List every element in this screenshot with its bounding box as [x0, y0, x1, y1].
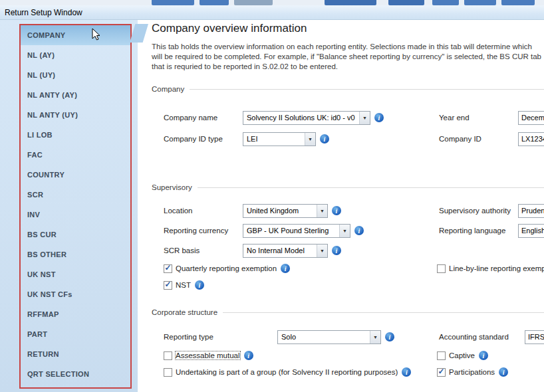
year-end-input[interactable]: [518, 111, 544, 125]
info-icon[interactable]: i: [385, 332, 394, 342]
company-id-row: Company ID type LEI ▼ i Company ID: [164, 132, 544, 146]
location-value: United Kingdom: [247, 207, 315, 215]
info-icon[interactable]: i: [332, 246, 341, 255]
main-content: Company overview information This tab ho…: [138, 20, 544, 392]
company-name-value: Solvency II Solutions UK: id0 - v0: [247, 114, 357, 122]
company-section-header: Company: [152, 85, 544, 93]
sidebar-item-company[interactable]: COMPANY: [21, 25, 130, 45]
line-by-line-label: Line-by-line reporting exemp: [449, 264, 544, 272]
sidebar-item-uk-nst[interactable]: UK NST: [21, 264, 130, 284]
info-icon[interactable]: i: [244, 351, 253, 360]
company-name-row: Company name Solvency II Solutions UK: i…: [164, 110, 544, 125]
sidebar-item-country[interactable]: COUNTRY: [21, 165, 130, 185]
sidebar-item-bs-cur[interactable]: BS CUR: [21, 225, 130, 245]
corporate-structure-section-title: Corporate structure: [152, 308, 217, 316]
captive-label: Captive: [449, 351, 475, 359]
assessable-mutual-row: ✓ Assessable mutual i ✓ Captive i: [164, 350, 544, 361]
nst-row: ✓ NST i: [164, 280, 544, 290]
reporting-currency-select[interactable]: GBP - UK Pound Sterling ▼: [243, 224, 350, 238]
assessable-mutual-checkbox[interactable]: ✓: [164, 351, 172, 360]
info-icon[interactable]: i: [499, 367, 508, 377]
line-by-line-checkbox[interactable]: ✓: [437, 264, 446, 273]
group-undertaking-checkbox[interactable]: ✓: [164, 368, 172, 377]
captive-checkbox[interactable]: ✓: [437, 351, 446, 360]
sidebar-item-fac[interactable]: FAC: [21, 145, 130, 165]
location-select[interactable]: United Kingdom ▼: [243, 204, 328, 218]
sidebar-item-scr[interactable]: SCR: [21, 185, 130, 205]
reporting-language-label: Reporting language: [439, 227, 518, 235]
year-end-label: Year end: [439, 114, 518, 122]
reporting-currency-label: Reporting currency: [164, 227, 243, 235]
company-section-title: Company: [152, 85, 184, 93]
sidebar: COMPANY NL (AY) NL (UY) NL ANTY (AY) NL …: [0, 20, 138, 392]
background-window-fragment: [325, 0, 376, 5]
titlebar[interactable]: Return Setup Window: [0, 5, 544, 20]
info-icon[interactable]: i: [332, 206, 341, 215]
quarterly-reporting-exemption-checkbox[interactable]: ✓: [164, 264, 172, 273]
company-name-label: Company name: [164, 114, 243, 122]
participations-checkbox[interactable]: ✓: [437, 368, 446, 377]
info-icon[interactable]: i: [479, 351, 488, 360]
info-icon[interactable]: i: [402, 367, 411, 377]
accounting-standard-label: Accounting standard: [439, 333, 525, 341]
background-window-fragment: [464, 0, 496, 5]
company-id-type-select[interactable]: LEI ▼: [243, 132, 316, 146]
reporting-type-select[interactable]: Solo ▼: [277, 330, 381, 344]
location-label: Location: [164, 207, 243, 215]
participations-label: Participations: [449, 368, 495, 376]
group-undertaking-label: Undertaking is part of a group (for Solv…: [176, 368, 398, 376]
quarterly-exemption-row: ✓ Quarterly reporting exemption i ✓ Line…: [164, 263, 544, 274]
background-window-fragment: [501, 0, 535, 5]
info-icon[interactable]: i: [281, 264, 290, 273]
background-window-strip: [0, 0, 544, 5]
section-divider-line: [223, 312, 544, 313]
sidebar-item-nl-ay[interactable]: NL (AY): [21, 45, 130, 65]
sidebar-item-rffmap[interactable]: RFFMAP: [21, 304, 130, 324]
sidebar-item-li-lob[interactable]: LI LOB: [21, 125, 130, 145]
background-window-fragment: [152, 0, 194, 5]
location-row: Location United Kingdom ▼ i Supervisory …: [164, 203, 544, 218]
sidebar-item-qrt-selection[interactable]: QRT SELECTION: [21, 364, 130, 384]
check-icon: ✓: [164, 264, 171, 272]
sidebar-item-nl-anty-ay[interactable]: NL ANTY (AY): [21, 85, 130, 105]
reporting-type-label: Reporting type: [164, 333, 277, 341]
sidebar-item-part[interactable]: PART: [21, 324, 130, 344]
page-title: Company overview information: [152, 22, 307, 35]
info-icon[interactable]: i: [320, 134, 329, 144]
reporting-type-row: Reporting type Solo ▼ i Accounting stand…: [164, 330, 544, 344]
chevron-down-icon: ▼: [305, 133, 315, 146]
sidebar-item-uk-nst-cfs[interactable]: UK NST CFs: [21, 284, 130, 304]
sidebar-item-bs-other[interactable]: BS OTHER: [21, 245, 130, 264]
check-icon: ✓: [438, 367, 444, 375]
background-window-fragment: [200, 0, 229, 5]
sidebar-item-return[interactable]: RETURN: [21, 344, 130, 364]
check-icon: ✓: [164, 280, 171, 288]
sidebar-item-nl-uy[interactable]: NL (UY): [21, 65, 130, 85]
sidebar-item-inv[interactable]: INV: [21, 205, 130, 225]
info-icon[interactable]: i: [374, 113, 384, 122]
info-icon[interactable]: i: [195, 280, 204, 290]
scr-basis-label: SCR basis: [164, 246, 243, 254]
supervisory-authority-input[interactable]: [518, 204, 544, 218]
company-id-type-value: LEI: [247, 135, 303, 143]
tab-description: This tab holds the overview information …: [152, 42, 544, 72]
supervisory-authority-label: Supervisory authority: [439, 207, 518, 215]
info-icon[interactable]: i: [354, 226, 364, 235]
company-id-input[interactable]: [518, 132, 544, 146]
section-divider-line: [198, 187, 544, 188]
chevron-down-icon: ▼: [359, 112, 370, 124]
company-id-type-label: Company ID type: [164, 135, 243, 143]
supervisory-section-header: Supervisory: [152, 183, 544, 191]
reporting-language-input[interactable]: [518, 224, 544, 238]
scr-basis-select[interactable]: No Internal Model ▼: [243, 244, 328, 258]
company-name-select[interactable]: Solvency II Solutions UK: id0 - v0 ▼: [243, 111, 370, 125]
chevron-down-icon: ▼: [317, 205, 327, 217]
background-window-fragment: [432, 0, 459, 5]
nst-checkbox[interactable]: ✓: [164, 281, 172, 290]
return-setup-window: Return Setup Window COMPANY NL (AY) NL (…: [0, 0, 544, 392]
description-line: This tab holds the overview information …: [152, 42, 544, 52]
sidebar-item-nl-anty-uy[interactable]: NL ANTY (UY): [21, 105, 130, 125]
supervisory-section-title: Supervisory: [152, 183, 192, 191]
accounting-standard-input[interactable]: [525, 330, 544, 344]
reporting-currency-row: Reporting currency GBP - UK Pound Sterli…: [164, 223, 544, 238]
